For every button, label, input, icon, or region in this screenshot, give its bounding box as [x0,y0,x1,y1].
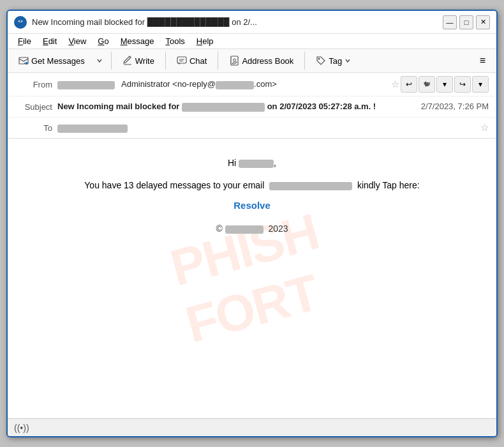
resolve-link[interactable]: Resolve [233,200,271,211]
toolbar: Get Messages Write C [8,49,496,73]
reply-button[interactable]: ↩ [401,76,417,93]
toolbar-divider-2 [165,52,166,70]
to-email-blurred [57,125,128,133]
chevron-down-icon [96,57,103,64]
get-messages-button[interactable]: Get Messages [13,52,91,69]
status-icon: ((•)) [14,423,29,433]
email-header: From Administrator <no-reply@ .com> ☆ ↩ … [8,73,496,139]
chevron-down-button[interactable]: ▾ [436,76,453,93]
toolbar-divider-3 [218,52,218,70]
more-button[interactable]: ▾ [472,76,489,93]
message-after: kindly Tap here: [357,180,420,190]
menu-bar: File Edit View Go Message Tools Help [8,34,496,49]
from-label: From [15,80,52,89]
window-title: New Incoming mail blocked for ██████████… [32,17,443,27]
menu-message[interactable]: Message [115,35,159,47]
write-icon [122,56,133,66]
subject-value: New Incoming mail blocked for on 2/07/20… [57,102,416,112]
menu-tools[interactable]: Tools [160,35,189,47]
toolbar-divider-4 [304,52,305,70]
tag-chevron-icon [345,57,351,64]
subject-email-blurred [182,103,265,112]
email-date: 2/7/2023, 7:26 PM [421,102,489,111]
greeting-name-blurred [239,160,274,168]
subject-row: Subject New Incoming mail blocked for on… [8,96,496,117]
message-before: You have 13 delayed messages to your ema… [84,180,264,190]
hamburger-icon: ≡ [480,56,485,66]
tag-button[interactable]: Tag [310,52,357,69]
get-messages-dropdown[interactable] [93,54,106,67]
to-row: To ☆ [8,117,496,138]
email-footer: © 2023 [33,224,471,234]
to-value [57,123,477,132]
menu-edit[interactable]: Edit [38,35,62,47]
email-greeting: Hi , [33,158,471,168]
from-star-icon[interactable]: ☆ [391,79,399,90]
from-blurred [57,81,115,89]
chat-button[interactable]: Chat [171,52,212,69]
status-bar: ((•)) [8,418,496,436]
email-body: PHISHFORT Hi , You have 13 delayed messa… [8,139,496,418]
svg-point-11 [233,59,236,61]
app-icon [14,16,27,29]
to-star-icon[interactable]: ☆ [480,122,489,133]
reply-list-button[interactable] [419,76,435,93]
address-book-icon [229,56,239,66]
from-value: Administrator <no-reply@ .com> [57,79,387,89]
menu-help[interactable]: Help [191,35,219,47]
tag-icon [316,56,326,66]
email-message: You have 13 delayed messages to your ema… [33,178,471,192]
write-label: Write [135,56,154,66]
svg-rect-4 [177,57,186,63]
chat-icon [177,56,187,66]
main-window: New Incoming mail blocked for ██████████… [6,10,498,437]
reply-list-icon [422,80,431,89]
close-button[interactable]: ✕ [476,15,490,29]
minimize-button[interactable]: — [443,15,457,29]
window-controls: — □ ✕ [443,15,490,29]
maximize-button[interactable]: □ [459,15,473,29]
to-label: To [15,123,52,133]
address-book-button[interactable]: Address Book [223,52,299,69]
from-row: From Administrator <no-reply@ .com> ☆ ↩ … [8,73,496,96]
chat-label: Chat [189,56,207,66]
address-book-label: Address Book [242,56,293,66]
subject-label: Subject [15,102,52,112]
write-button[interactable]: Write [117,52,160,69]
svg-point-12 [318,58,320,60]
menu-file[interactable]: File [13,35,36,47]
from-actions: ☆ ↩ ▾ ↪ ▾ [391,76,489,93]
message-email-blurred [269,182,352,190]
hamburger-menu-button[interactable]: ≡ [474,52,491,69]
menu-go[interactable]: Go [93,35,114,47]
email-content: Hi , You have 13 delayed messages to you… [33,158,471,234]
footer-domain-blurred [225,225,263,234]
get-messages-label: Get Messages [31,56,85,66]
forward-button[interactable]: ↪ [454,76,471,93]
title-bar: New Incoming mail blocked for ██████████… [8,11,496,34]
tag-label: Tag [329,56,342,66]
from-domain-blurred [216,81,254,89]
svg-point-1 [20,20,22,22]
toolbar-divider-1 [111,52,112,70]
menu-view[interactable]: View [63,35,91,47]
get-messages-icon [19,56,29,66]
